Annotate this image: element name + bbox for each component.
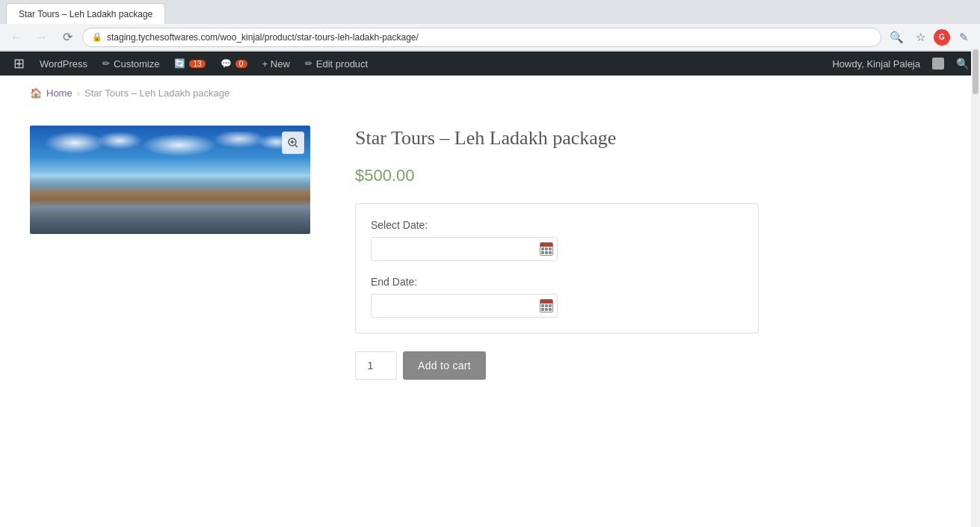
svg-line-1 xyxy=(295,145,298,147)
back-button[interactable]: ← xyxy=(6,27,27,48)
browser-chrome: Star Tours – Leh Ladakh package ← → ⟳ 🔒 … xyxy=(0,0,980,52)
select-date-group: Select Date: xyxy=(371,219,743,261)
new-label: + New xyxy=(262,58,290,70)
product-price: $500.00 xyxy=(355,166,950,185)
end-date-input[interactable] xyxy=(371,294,558,318)
add-to-cart-button[interactable]: Add to cart xyxy=(403,351,486,380)
pen-extension-icon[interactable]: ✎ xyxy=(953,27,974,48)
updates-menu-item[interactable]: 🔄 13 xyxy=(167,52,212,75)
howdy-text: Howdy, Kinjal Paleja xyxy=(826,58,926,70)
calendar-icon-select xyxy=(540,242,553,256)
updates-icon: 🔄 xyxy=(174,58,185,69)
customize-label: Customize xyxy=(114,58,159,70)
select-date-input[interactable] xyxy=(371,237,558,261)
quantity-input[interactable] xyxy=(355,351,397,380)
wordpress-menu-item[interactable]: WordPress xyxy=(32,52,95,75)
admin-bar-right: Howdy, Kinjal Paleja 🔍 xyxy=(826,52,974,75)
scrollbar-thumb[interactable] xyxy=(973,49,979,94)
zoom-icon xyxy=(288,138,298,148)
lock-icon: 🔒 xyxy=(92,32,102,42)
browser-tabs: Star Tours – Leh Ladakh package xyxy=(0,0,980,24)
breadcrumb: 🏠 Home › Star Tours – Leh Ladakh package xyxy=(0,75,980,111)
product-title: Star Tours – Leh Ladakh package xyxy=(355,126,950,151)
forward-button[interactable]: → xyxy=(31,27,52,48)
breadcrumb-home-link[interactable]: Home xyxy=(46,87,73,99)
profile-avatar[interactable]: G xyxy=(934,29,950,46)
wp-logo-item[interactable]: ⊞ xyxy=(6,52,32,75)
updates-badge: 13 xyxy=(189,60,205,68)
end-date-picker-icon[interactable] xyxy=(535,295,558,317)
select-date-label: Select Date: xyxy=(371,219,743,231)
zoom-image-button[interactable] xyxy=(282,132,304,154)
comments-menu-item[interactable]: 💬 0 xyxy=(213,52,255,75)
comments-badge: 0 xyxy=(235,60,247,68)
home-icon: 🏠 xyxy=(30,87,42,99)
product-image-bg xyxy=(30,126,310,234)
reload-button[interactable]: ⟳ xyxy=(57,27,78,48)
customize-menu-item[interactable]: ✏ Customize xyxy=(95,52,167,75)
browser-toolbar: ← → ⟳ 🔒 staging.tychesoftwares.com/woo_k… xyxy=(0,24,980,51)
wp-admin-bar: ⊞ WordPress ✏ Customize 🔄 13 💬 0 + New ✏… xyxy=(0,52,980,75)
date-fields-box: Select Date: xyxy=(355,203,759,333)
breadcrumb-current: Star Tours – Leh Ladakh package xyxy=(84,87,229,99)
star-button[interactable]: ☆ xyxy=(910,27,931,48)
edit-label: Edit product xyxy=(316,58,368,70)
edit-product-menu-item[interactable]: ✏ Edit product xyxy=(298,52,375,75)
admin-avatar[interactable] xyxy=(932,58,944,70)
customize-icon: ✏ xyxy=(102,58,110,69)
scrollbar[interactable] xyxy=(971,48,980,527)
product-image xyxy=(30,126,310,234)
wp-logo-icon: ⊞ xyxy=(13,55,25,72)
wordpress-label: WordPress xyxy=(40,58,87,70)
page-wrapper: 🏠 Home › Star Tours – Leh Ladakh package xyxy=(0,75,980,527)
add-to-cart-area: Add to cart xyxy=(355,351,950,380)
edit-icon: ✏ xyxy=(305,58,312,69)
product-details: Star Tours – Leh Ladakh package $500.00 … xyxy=(355,126,950,380)
end-date-group: End Date: xyxy=(371,276,743,318)
new-menu-item[interactable]: + New xyxy=(255,52,298,75)
end-date-input-wrapper xyxy=(371,294,743,318)
address-bar[interactable]: 🔒 staging.tychesoftwares.com/woo_kinjal/… xyxy=(82,28,881,47)
end-date-label: End Date: xyxy=(371,276,743,288)
select-date-picker-icon[interactable] xyxy=(535,238,558,260)
calendar-icon-end xyxy=(540,299,553,312)
product-image-wrapper xyxy=(30,126,310,234)
comments-icon: 💬 xyxy=(221,58,232,69)
browser-tab-active[interactable]: Star Tours – Leh Ladakh package xyxy=(6,3,165,24)
url-text: staging.tychesoftwares.com/woo_kinjal/pr… xyxy=(107,32,419,43)
tab-title: Star Tours – Leh Ladakh package xyxy=(19,9,152,19)
zoom-button[interactable]: 🔍 xyxy=(886,27,907,48)
breadcrumb-separator: › xyxy=(77,87,80,99)
select-date-input-wrapper xyxy=(371,237,743,261)
product-layout: Star Tours – Leh Ladakh package $500.00 … xyxy=(0,111,980,410)
browser-toolbar-icons: 🔍 ☆ G ✎ xyxy=(886,27,974,48)
